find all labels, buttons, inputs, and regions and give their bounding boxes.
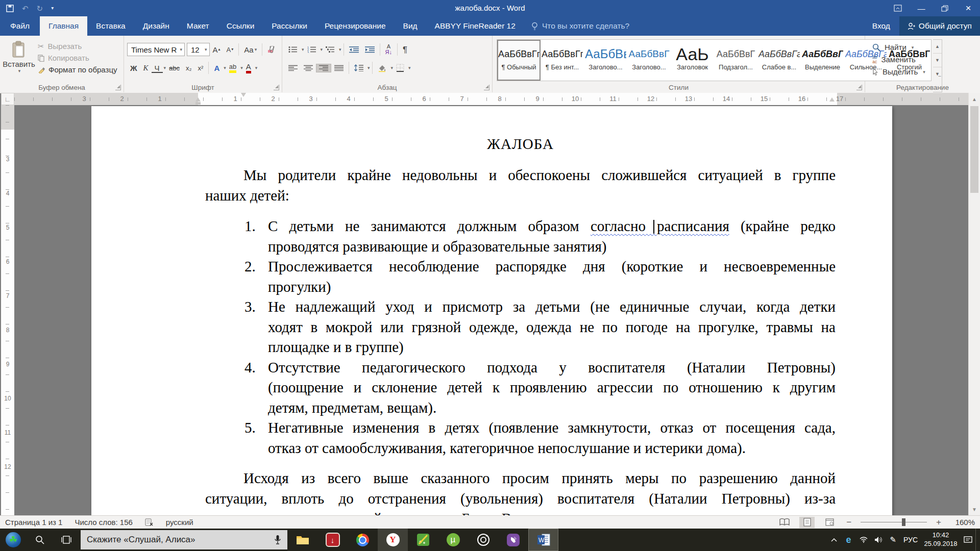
grow-font-button[interactable]: А▴ [210,45,224,55]
first-line-indent-marker[interactable] [241,93,246,97]
bold-button[interactable]: Ж [127,63,140,73]
tab-mailings[interactable]: Рассылки [263,16,316,36]
taskbar-explorer-icon[interactable] [287,529,317,551]
tab-layout[interactable]: Макет [178,16,218,36]
tray-expand-icon[interactable] [826,529,841,551]
shrink-font-button[interactable]: А▾ [224,45,237,54]
style-subtitle[interactable]: АаБбВвГПодзагол... [714,40,757,81]
multilevel-list-button[interactable] [323,45,338,54]
vertical-ruler[interactable]: 3456789101112 [1,105,14,515]
styles-dialog-launcher[interactable] [856,85,862,90]
doc-line[interactable]: детям, предметам, вещам). [205,398,836,418]
language-switch[interactable]: РУС [900,529,921,551]
taskbar-round-arrow-icon[interactable] [468,529,498,551]
tab-view[interactable]: Вид [395,16,426,36]
tab-selector[interactable]: ∟ [1,93,14,105]
borders-button[interactable] [393,63,407,73]
italic-button[interactable]: К [140,63,152,73]
clear-formatting-button[interactable] [264,45,279,54]
doc-line[interactable]: Исходя из всего выше сказанного просим п… [205,468,836,489]
proofing-errors-icon[interactable] [145,518,154,527]
doc-list-item-3[interactable]: 3.Не надлежащий уход и присмотр за детьм… [205,297,836,317]
increase-indent-button[interactable] [362,45,378,54]
doc-line[interactable]: проводятся развивающие и образовательные… [205,237,836,257]
network-icon[interactable] [856,529,871,551]
tab-insert[interactable]: Вставка [87,16,134,36]
doc-line[interactable]: наших детей: [205,186,836,206]
zoom-slider[interactable] [861,522,927,522]
copy-button[interactable]: Копировать [38,54,117,62]
doc-line[interactable]: отказ от самообслуживания, категоричное … [205,438,836,459]
style-emphasis[interactable]: АаБбВвГг,Выделение [801,40,844,81]
font-color-button[interactable]: А [243,62,254,74]
tell-me-box[interactable]: Что вы хотите сделать? [531,16,629,36]
doc-line[interactable]: Мы родители крайне недовольны и обеспоко… [205,165,836,186]
bullets-button[interactable] [285,45,301,54]
volume-icon[interactable] [871,529,886,551]
language-indicator[interactable]: русский [166,518,193,527]
hanging-indent-marker[interactable] [195,97,201,102]
format-painter-button[interactable]: Формат по образцу [38,65,117,74]
taskbar-image-editor-icon[interactable] [408,529,438,551]
doc-line[interactable]: ситуации, вплоть до отстранения (увольне… [205,489,836,509]
zoom-slider-handle[interactable] [902,518,905,526]
zoom-level[interactable]: 160% [950,518,975,527]
word-count[interactable]: Число слов: 156 [75,518,132,527]
close-button[interactable]: × [957,0,980,16]
page-indicator[interactable]: Страница 1 из 1 [5,518,62,527]
font-size-combobox[interactable]: 12 ▾ [187,43,210,56]
doc-list-item-4[interactable]: 4.Отсутствие педагогического подхода у в… [205,358,836,378]
style-heading1[interactable]: АаБбВвЗаголово... [584,40,627,81]
horizontal-ruler[interactable]: 321 1234567891011121314151617 [14,93,969,105]
font-color-caret-icon[interactable]: ▾ [255,65,258,70]
line-spacing-button[interactable] [351,63,366,72]
highlight-button[interactable]: ab [226,62,239,74]
decrease-indent-button[interactable] [346,45,362,54]
tab-references[interactable]: Ссылки [218,16,263,36]
action-center-icon[interactable] [961,529,975,551]
alisa-search-box[interactable]: Скажите «Слушай, Алиса» [81,530,287,549]
ribbon-display-options-button[interactable] [886,0,910,16]
subscript-button[interactable]: x₂ [183,64,195,72]
style-subtle-emphasis[interactable]: АаБбВвГг,Слабое в... [757,40,801,81]
zoom-out-button[interactable]: − [844,517,853,528]
strikethrough-button[interactable]: abc [166,64,183,72]
multilevel-caret-icon[interactable]: ▾ [339,47,341,52]
scroll-down-icon[interactable]: ▼ [969,504,980,514]
clock[interactable]: 10:42 25.09.2018 [921,531,961,548]
scrollbar-thumb[interactable] [970,106,978,193]
paste-button[interactable]: Вставить ▾ [4,41,34,84]
align-center-button[interactable] [301,64,316,72]
cut-button[interactable]: ✂ Вырезать [38,42,117,51]
paragraph-dialog-launcher[interactable] [484,85,489,90]
document-text[interactable]: ЖАЛОБА Мы родители крайне недовольны и о… [205,134,836,529]
select-button[interactable]: Выделить ▾ [872,67,980,76]
tab-review[interactable]: Рецензирование [316,16,395,36]
taskbar-viber-icon[interactable] [498,529,528,551]
line-spacing-caret-icon[interactable]: ▾ [368,65,370,70]
show-desktop-button[interactable] [975,529,980,551]
clipboard-dialog-launcher[interactable] [115,85,121,90]
vertical-scrollbar[interactable]: ▲ ▼ [968,93,980,515]
pen-icon[interactable]: ✎ [886,529,900,551]
microphone-icon[interactable] [274,535,281,545]
scroll-up-icon[interactable]: ▲ [969,94,980,104]
tray-browser-icon[interactable]: e [841,529,856,551]
taskbar-chrome-icon[interactable] [348,529,378,551]
sort-button[interactable]: А Я↓ [382,43,395,56]
superscript-button[interactable]: x² [195,64,207,72]
taskbar-download-manager-icon[interactable]: ↓ [317,529,348,551]
minimize-button[interactable]: — [910,0,933,16]
document-page[interactable]: ЖАЛОБА Мы родители крайне недовольны и о… [91,106,892,551]
doc-line[interactable]: (поощрение и склонение детей к проявлени… [205,378,836,398]
tab-file[interactable]: Файл [0,16,40,36]
doc-list-item-2[interactable]: 2.Прослеживается несоблюдение распорядке… [205,257,836,277]
underline-button[interactable]: Ч [152,63,163,73]
text-effects-button[interactable]: А [211,63,223,73]
style-heading2[interactable]: АаБбВвГЗаголово... [627,40,671,81]
shading-button[interactable] [375,63,390,73]
restore-button[interactable] [933,0,957,16]
start-button[interactable]: ☘ [0,529,27,551]
taskbar-word-icon[interactable]: W [528,529,558,551]
align-left-button[interactable] [285,64,301,72]
